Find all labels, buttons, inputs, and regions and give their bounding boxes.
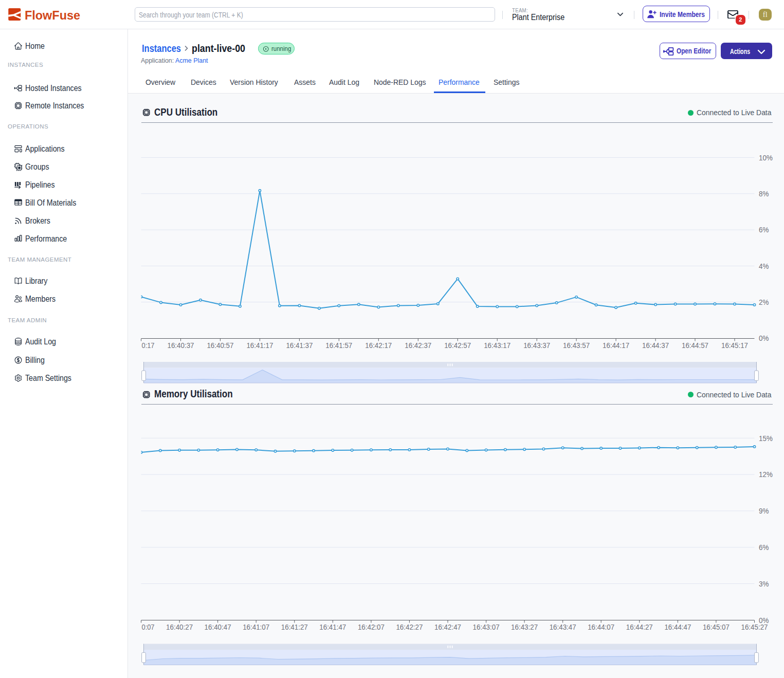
svg-text:16:45:27: 16:45:27 <box>741 623 768 631</box>
svg-text:15%: 15% <box>759 434 773 443</box>
svg-text:12%: 12% <box>759 470 773 479</box>
svg-text:16:43:27: 16:43:27 <box>511 623 538 631</box>
svg-text:16:41:57: 16:41:57 <box>325 341 352 350</box>
svg-text:16:40:37: 16:40:37 <box>168 341 194 350</box>
svg-text:6%: 6% <box>759 226 769 234</box>
svg-text:16:40:27: 16:40:27 <box>166 623 193 631</box>
svg-text:16:41:47: 16:41:47 <box>319 623 346 631</box>
svg-text:16:41:37: 16:41:37 <box>286 341 313 350</box>
svg-text:16:44:07: 16:44:07 <box>588 623 614 631</box>
svg-text:16:43:47: 16:43:47 <box>550 623 576 631</box>
svg-text:2%: 2% <box>759 298 769 306</box>
svg-text:9%: 9% <box>759 507 769 515</box>
svg-text:16:41:17: 16:41:17 <box>246 341 273 350</box>
svg-text:16:40:57: 16:40:57 <box>207 341 233 350</box>
svg-text:4%: 4% <box>759 262 769 270</box>
svg-text:0%: 0% <box>759 334 769 342</box>
svg-text:16:43:57: 16:43:57 <box>563 341 590 350</box>
svg-text:16:43:37: 16:43:37 <box>523 341 550 350</box>
svg-text:16:41:27: 16:41:27 <box>281 623 308 631</box>
svg-text:16:44:27: 16:44:27 <box>626 623 653 631</box>
svg-text:16:42:17: 16:42:17 <box>365 341 392 350</box>
svg-text:0:17: 0:17 <box>142 341 155 350</box>
svg-text:16:41:07: 16:41:07 <box>243 623 269 631</box>
svg-text:10%: 10% <box>759 154 773 162</box>
svg-text:16:45:07: 16:45:07 <box>703 623 730 631</box>
svg-text:16:42:37: 16:42:37 <box>405 341 431 350</box>
svg-text:16:44:47: 16:44:47 <box>664 623 691 631</box>
svg-text:16:44:57: 16:44:57 <box>682 341 708 350</box>
svg-text:8%: 8% <box>759 190 769 198</box>
svg-text:3%: 3% <box>759 580 769 588</box>
svg-text:16:42:07: 16:42:07 <box>358 623 385 631</box>
svg-text:16:42:27: 16:42:27 <box>396 623 423 631</box>
svg-text:16:44:17: 16:44:17 <box>603 341 629 350</box>
svg-text:16:40:47: 16:40:47 <box>205 623 231 631</box>
svg-text:16:45:17: 16:45:17 <box>721 341 748 350</box>
svg-text:16:42:47: 16:42:47 <box>434 623 461 631</box>
svg-text:16:43:17: 16:43:17 <box>484 341 510 350</box>
svg-text:16:43:07: 16:43:07 <box>473 623 500 631</box>
svg-text:16:44:37: 16:44:37 <box>642 341 669 350</box>
svg-text:6%: 6% <box>759 543 769 552</box>
svg-text:16:42:57: 16:42:57 <box>444 341 471 350</box>
svg-text:0:07: 0:07 <box>142 623 155 631</box>
